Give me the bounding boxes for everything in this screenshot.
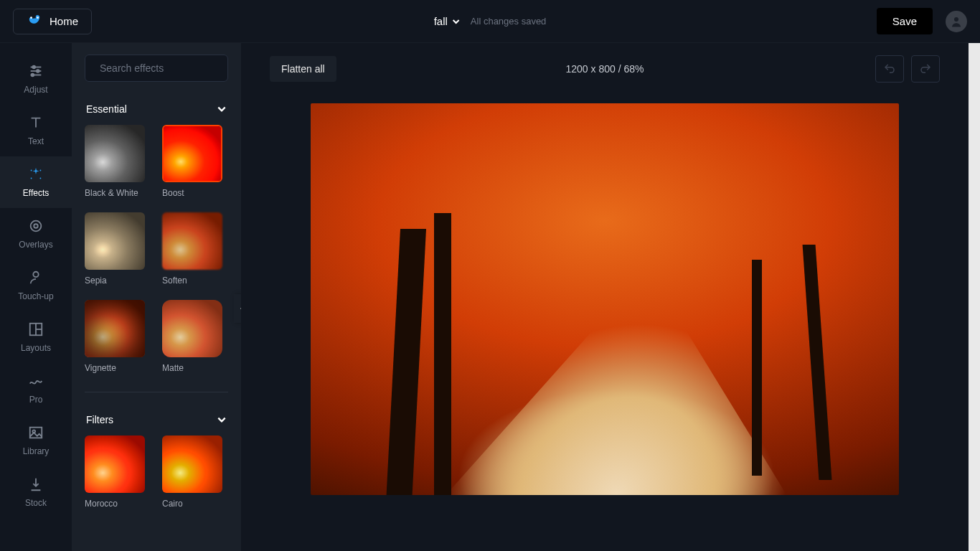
- svg-point-11: [40, 170, 42, 171]
- effect-label: Matte: [162, 363, 228, 373]
- project-title-button[interactable]: fall: [434, 15, 461, 27]
- effect-label: Morocco: [85, 499, 151, 509]
- effect-label: Cairo: [162, 499, 228, 509]
- chevron-down-icon: [452, 17, 461, 26]
- svg-point-9: [31, 178, 32, 179]
- rail-label: Library: [23, 446, 50, 456]
- effect-label: Soften: [162, 276, 228, 286]
- download-icon: [28, 476, 44, 492]
- effect-label: Sepia: [85, 276, 151, 286]
- svg-point-14: [34, 224, 38, 228]
- home-button[interactable]: Home: [13, 9, 92, 34]
- effect-morocco[interactable]: Morocco: [85, 435, 151, 509]
- rail-label: Effects: [23, 188, 49, 198]
- svg-rect-19: [30, 428, 42, 438]
- sliders-icon: [28, 63, 44, 79]
- section-header-essential[interactable]: Essential: [85, 99, 228, 125]
- section-title: Filters: [86, 414, 113, 425]
- canvas-image[interactable]: [311, 103, 899, 495]
- effect-cairo[interactable]: Cairo: [162, 435, 228, 509]
- svg-point-13: [31, 221, 42, 232]
- canvas-dims: 1200 x 800 / 68%: [566, 63, 644, 75]
- effect-boost[interactable]: Boost: [162, 125, 228, 198]
- rail-item-stock[interactable]: Stock: [0, 466, 72, 518]
- effect-label: Vignette: [85, 363, 151, 373]
- rail-item-pro[interactable]: Pro: [0, 363, 72, 415]
- effect-sepia[interactable]: Sepia: [85, 212, 151, 286]
- redo-icon: [919, 62, 932, 75]
- ring-icon: [28, 218, 44, 234]
- flatten-all-button[interactable]: Flatten all: [270, 56, 336, 82]
- main-area: Adjust Text Effects Overlays Touch-up La…: [0, 43, 980, 551]
- layout-icon: [28, 321, 44, 337]
- section-divider: [85, 392, 228, 392]
- rail-label: Touch-up: [18, 291, 53, 301]
- undo-icon: [883, 62, 896, 75]
- effect-black-white[interactable]: Black & White: [85, 125, 151, 198]
- person-icon: [28, 270, 44, 286]
- svg-point-10: [40, 178, 42, 179]
- effect-label: Black & White: [85, 188, 151, 198]
- chevron-down-icon: [217, 104, 227, 114]
- rail-item-touchup[interactable]: Touch-up: [0, 260, 72, 311]
- rail-item-layouts[interactable]: Layouts: [0, 311, 72, 363]
- search-input[interactable]: [100, 62, 225, 74]
- svg-point-0: [30, 17, 32, 19]
- frog-logo-icon: [27, 15, 42, 28]
- tool-rail: Adjust Text Effects Overlays Touch-up La…: [0, 43, 72, 551]
- rail-item-text[interactable]: Text: [0, 105, 72, 156]
- effects-grid-essential: Black & White Boost Sepia Soften Vignett…: [85, 125, 228, 386]
- search-box[interactable]: [85, 55, 228, 82]
- svg-point-2: [954, 17, 958, 22]
- undo-redo-group: [875, 55, 940, 83]
- page-scrollbar[interactable]: [969, 43, 980, 551]
- rail-item-library[interactable]: Library: [0, 415, 72, 466]
- rail-label: Stock: [25, 498, 47, 508]
- svg-point-1: [37, 17, 39, 19]
- svg-point-15: [33, 272, 38, 277]
- collapse-panel-button[interactable]: [234, 294, 241, 323]
- rail-label: Layouts: [21, 343, 51, 353]
- effect-matte[interactable]: Matte: [162, 300, 228, 373]
- canvas-toolbar: Flatten all 1200 x 800 / 68%: [270, 55, 940, 83]
- title-area: fall All changes saved: [434, 15, 547, 27]
- sparkle-icon: [28, 166, 44, 182]
- svg-point-12: [31, 170, 32, 171]
- effect-vignette[interactable]: Vignette: [85, 300, 151, 373]
- rail-item-adjust[interactable]: Adjust: [0, 53, 72, 105]
- rail-label: Overlays: [19, 240, 52, 250]
- rail-label: Text: [28, 136, 44, 146]
- redo-button[interactable]: [911, 55, 940, 83]
- account-avatar[interactable]: [946, 11, 967, 32]
- svg-point-8: [32, 74, 34, 77]
- save-button[interactable]: Save: [877, 8, 933, 34]
- effect-soften[interactable]: Soften: [162, 212, 228, 286]
- effects-panel: Essential Black & White Boost Sepia Soft…: [72, 43, 241, 551]
- section-title: Essential: [86, 103, 127, 115]
- chevron-down-icon: [217, 415, 227, 425]
- effects-grid-filters: Morocco Cairo: [85, 435, 228, 522]
- project-title: fall: [434, 15, 448, 27]
- svg-point-6: [32, 66, 35, 69]
- avatar-icon: [950, 15, 963, 28]
- rail-label: Pro: [29, 395, 43, 405]
- undo-button[interactable]: [875, 55, 904, 83]
- canvas-area: Flatten all 1200 x 800 / 68%: [241, 43, 969, 551]
- effect-label: Boost: [162, 188, 228, 198]
- canvas-image-wrap: [270, 103, 940, 495]
- home-label: Home: [50, 15, 78, 27]
- svg-point-7: [37, 70, 39, 72]
- wave-icon: [28, 373, 44, 389]
- save-status: All changes saved: [471, 16, 547, 27]
- section-header-filters[interactable]: Filters: [85, 410, 228, 435]
- rail-label: Adjust: [24, 85, 47, 95]
- text-icon: [28, 115, 44, 131]
- rail-item-overlays[interactable]: Overlays: [0, 208, 72, 260]
- image-icon: [28, 425, 44, 441]
- app-header: Home fall All changes saved Save: [0, 0, 980, 43]
- header-right: Save: [877, 8, 967, 34]
- rail-item-effects[interactable]: Effects: [0, 156, 72, 208]
